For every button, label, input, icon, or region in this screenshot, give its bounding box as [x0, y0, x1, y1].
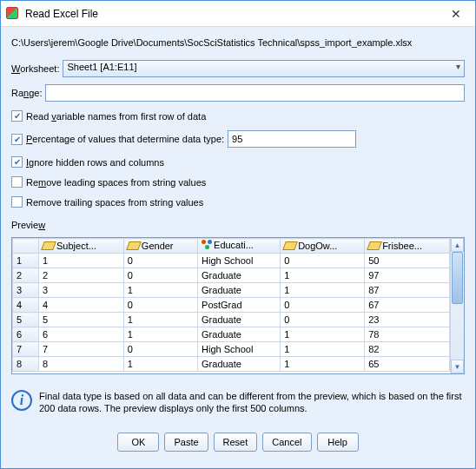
cell[interactable]: Graduate: [198, 327, 281, 342]
column-header[interactable]: Gender: [123, 239, 197, 254]
vertical-scrollbar[interactable]: ▲ ▼: [450, 238, 464, 373]
column-header[interactable]: Frisbee...: [365, 239, 450, 254]
cell[interactable]: 2: [39, 268, 124, 283]
table-row[interactable]: 551Graduate023: [13, 313, 450, 327]
corner-cell: [13, 239, 39, 254]
column-label: Educati...: [214, 240, 254, 250]
cell[interactable]: 0: [281, 298, 365, 313]
cell[interactable]: 1: [281, 283, 365, 298]
cell[interactable]: 0: [281, 254, 365, 268]
cell[interactable]: 3: [39, 283, 124, 298]
scroll-up-icon[interactable]: ▲: [451, 238, 464, 252]
paste-button[interactable]: Paste: [164, 433, 208, 452]
cell[interactable]: High School: [198, 254, 281, 268]
ok-button[interactable]: OK: [117, 433, 159, 452]
column-label: Subject...: [56, 241, 96, 251]
column-header[interactable]: DogOw...: [281, 239, 365, 254]
remove-trailing-checkbox[interactable]: [11, 196, 23, 208]
cell[interactable]: 1: [281, 327, 365, 342]
column-label: DogOw...: [298, 241, 337, 251]
cell[interactable]: Graduate: [198, 268, 281, 283]
row-header[interactable]: 5: [13, 313, 39, 327]
nominal-icon: [202, 240, 212, 250]
cell[interactable]: 0: [123, 342, 197, 357]
file-path: C:\Users\jerem\Google Drive\Documents\So…: [11, 37, 465, 48]
row-header[interactable]: 1: [13, 254, 39, 268]
cell[interactable]: 23: [365, 313, 450, 327]
dialog-window: Read Excel File ✕ C:\Users\jerem\Google …: [0, 0, 476, 469]
cell[interactable]: PostGrad: [198, 298, 281, 313]
pct-values-input[interactable]: [228, 130, 356, 148]
cell[interactable]: 0: [123, 298, 197, 313]
read-varnames-checkbox[interactable]: [11, 110, 23, 122]
window-title: Read Excel File: [25, 8, 442, 20]
ignore-hidden-label: Ignore hidden rows and columns: [26, 157, 164, 168]
row-header[interactable]: 3: [13, 283, 39, 298]
cell[interactable]: Graduate: [198, 357, 281, 372]
pct-values-checkbox[interactable]: [11, 134, 23, 145]
close-icon[interactable]: ✕: [442, 3, 470, 24]
cell[interactable]: 0: [281, 313, 365, 327]
range-input[interactable]: [45, 84, 465, 102]
remove-leading-checkbox[interactable]: [11, 176, 23, 188]
cell[interactable]: 87: [365, 283, 450, 298]
help-button[interactable]: Help: [317, 433, 359, 452]
cell[interactable]: 5: [39, 313, 124, 327]
cell[interactable]: High School: [198, 342, 281, 357]
cell[interactable]: 1: [39, 254, 124, 268]
cell[interactable]: 78: [365, 327, 450, 342]
table-row[interactable]: 220Graduate197: [13, 268, 450, 283]
remove-leading-label: Remove leading spaces from string values: [26, 177, 206, 188]
row-header[interactable]: 8: [13, 357, 39, 372]
cell[interactable]: 1: [123, 313, 197, 327]
row-header[interactable]: 6: [13, 327, 39, 342]
scroll-down-icon[interactable]: ▼: [451, 360, 464, 373]
cell[interactable]: 0: [123, 268, 197, 283]
ruler-icon: [368, 241, 380, 250]
cell[interactable]: 6: [39, 327, 124, 342]
table-row[interactable]: 331Graduate187: [13, 283, 450, 298]
cell[interactable]: 97: [365, 268, 450, 283]
worksheet-combo[interactable]: Sheet1 [A1:E11]: [63, 60, 465, 77]
info-text: Final data type is based on all data and…: [39, 390, 465, 415]
table-row[interactable]: 770High School182: [13, 342, 450, 357]
scroll-thumb[interactable]: [452, 252, 463, 304]
cell[interactable]: 8: [39, 357, 124, 372]
cell[interactable]: 1: [123, 357, 197, 372]
table-row[interactable]: 661Graduate178: [13, 327, 450, 342]
row-header[interactable]: 7: [13, 342, 39, 357]
ignore-hidden-checkbox[interactable]: [11, 156, 23, 168]
cell[interactable]: Graduate: [198, 313, 281, 327]
cell[interactable]: 7: [39, 342, 124, 357]
cell[interactable]: 4: [39, 298, 124, 313]
cell[interactable]: 0: [123, 254, 197, 268]
pct-values-label: Percentage of values that determine data…: [26, 134, 224, 144]
cell[interactable]: 50: [365, 254, 450, 268]
column-header[interactable]: Educati...: [198, 239, 281, 254]
table-row[interactable]: 440PostGrad067: [13, 298, 450, 313]
cell[interactable]: 1: [281, 268, 365, 283]
table-row[interactable]: 110High School050: [13, 254, 450, 268]
cell[interactable]: 1: [123, 327, 197, 342]
column-header[interactable]: Subject...: [39, 239, 124, 254]
cell[interactable]: 67: [365, 298, 450, 313]
app-icon: [6, 7, 20, 21]
preview-label: Preview: [11, 220, 465, 230]
cell[interactable]: 82: [365, 342, 450, 357]
cell[interactable]: 1: [281, 357, 365, 372]
reset-button[interactable]: Reset: [214, 433, 258, 452]
cell[interactable]: Graduate: [198, 283, 281, 298]
table-row[interactable]: 881Graduate165: [13, 357, 450, 372]
cell[interactable]: 1: [281, 342, 365, 357]
dialog-content: C:\Users\jerem\Google Drive\Documents\So…: [1, 27, 475, 468]
cell[interactable]: 1: [123, 283, 197, 298]
cancel-button[interactable]: Cancel: [262, 433, 311, 452]
preview-table-wrap: Subject...GenderEducati...DogOw...Frisbe…: [11, 237, 465, 374]
row-header[interactable]: 2: [13, 268, 39, 283]
column-label: Gender: [142, 241, 174, 251]
ruler-icon: [43, 241, 55, 250]
row-header[interactable]: 4: [13, 298, 39, 313]
worksheet-label: Worksheet:: [11, 63, 59, 74]
range-label: Range:: [11, 88, 42, 98]
cell[interactable]: 65: [365, 357, 450, 372]
